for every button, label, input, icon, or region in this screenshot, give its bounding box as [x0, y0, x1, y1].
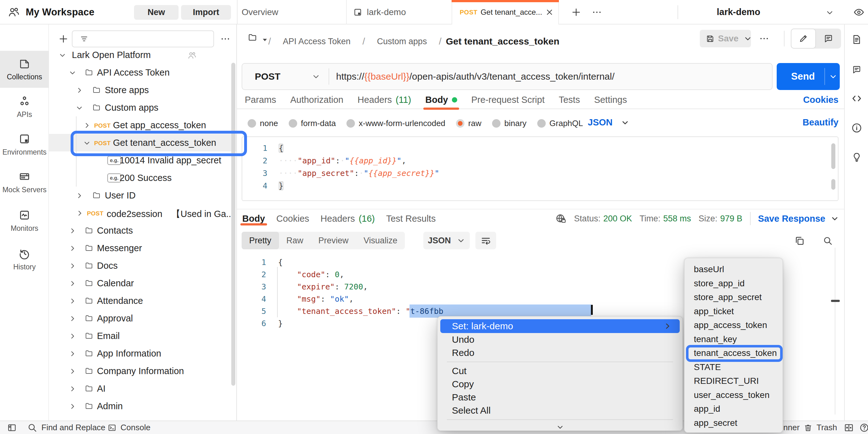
rail-item-history[interactable]: History	[0, 240, 49, 278]
pull-request-button[interactable]	[849, 149, 864, 164]
body-mode-none[interactable]: none	[248, 119, 278, 128]
tree-row-app-information[interactable]: App Information	[49, 345, 237, 362]
tree-row-email[interactable]: Email	[49, 327, 237, 345]
copy-response-button[interactable]	[793, 234, 807, 248]
chevron-right-icon[interactable]	[68, 332, 76, 340]
chevron-right-icon[interactable]	[68, 349, 76, 358]
submenu-item-user-access-token[interactable]: user_access_token	[684, 388, 783, 402]
tree-scrollbar[interactable]	[231, 63, 235, 386]
rail-item-monitors[interactable]: Monitors	[0, 202, 49, 240]
menu-item-select-all[interactable]: Select All	[440, 404, 680, 417]
url-input[interactable]: https://{{baseUrl}}/open-apis/auth/v3/te…	[329, 71, 615, 82]
edit-mode-button[interactable]	[791, 29, 816, 48]
comment-mode-button[interactable]	[816, 29, 841, 48]
two-pane-button[interactable]	[843, 421, 854, 434]
rail-item-environments[interactable]: Environments	[0, 126, 49, 163]
request-more-button[interactable]	[755, 30, 773, 47]
response-tab-body[interactable]: Body	[242, 208, 265, 230]
tab-environment[interactable]: lark-demo	[347, 0, 452, 25]
tree-row-10014-invalid-app-secret[interactable]: e.g.10014 Invalid app_secret	[49, 152, 237, 169]
comments-button[interactable]	[849, 62, 864, 77]
breadcrumb-caret-icon[interactable]	[261, 36, 269, 44]
chevron-right-icon[interactable]	[68, 385, 76, 393]
chevron-right-icon[interactable]	[75, 86, 84, 94]
documentation-button[interactable]	[849, 32, 864, 47]
tree-row-get-tenant-access-token[interactable]: POSTGet tenant_access_token	[49, 134, 237, 152]
submenu-item-store-app-id[interactable]: store_app_id	[684, 276, 783, 291]
submenu-item-state[interactable]: STATE	[684, 360, 783, 374]
cookies-link[interactable]: Cookies	[803, 95, 838, 105]
chevron-right-icon[interactable]	[68, 367, 76, 375]
code-snippet-button[interactable]	[849, 91, 864, 106]
tree-row-calendar[interactable]: Calendar	[49, 274, 237, 292]
response-tab-cookies[interactable]: Cookies	[276, 208, 309, 230]
tab-overview[interactable]: Overview	[238, 0, 347, 25]
rail-item-apis[interactable]: APIs	[0, 88, 49, 126]
tab-options-button[interactable]	[587, 0, 606, 25]
tree-row-docs[interactable]: Docs	[49, 257, 237, 274]
submenu-item-tenant-access-token[interactable]: tenant_access_token	[684, 346, 783, 360]
tree-row-attendance[interactable]: Attendance	[49, 292, 237, 309]
request-tab-settings[interactable]: Settings	[594, 91, 627, 109]
request-tab-body[interactable]: Body	[425, 91, 457, 109]
tree-row-api-access-token[interactable]: API Access Token	[49, 64, 237, 81]
filter-input[interactable]	[72, 30, 214, 47]
breadcrumb-segment[interactable]: API Access Token	[275, 33, 358, 50]
menu-item-set-lark-demo[interactable]: Set: lark-demo	[440, 319, 680, 333]
globe-lock-icon[interactable]	[555, 213, 566, 224]
chevron-right-icon[interactable]	[68, 402, 76, 410]
info-button[interactable]	[849, 121, 864, 135]
body-mode-binary[interactable]: binary	[492, 119, 527, 128]
request-tab-authorization[interactable]: Authorization	[290, 91, 343, 109]
submenu-item-redirect-uri[interactable]: REDIRECT_URI	[684, 374, 783, 388]
sidebar-toggle-button[interactable]	[7, 421, 17, 434]
menu-item-cut[interactable]: Cut	[440, 364, 680, 377]
tree-row-lark-open-platform[interactable]: Lark Open Platform	[49, 46, 237, 64]
submenu-item-app-secret[interactable]: app_secret	[684, 416, 783, 430]
response-language-selector[interactable]: JSON	[423, 232, 470, 249]
request-tab-params[interactable]: Params	[245, 91, 276, 109]
trash-button[interactable]: Trash	[803, 421, 837, 434]
chevron-down-icon[interactable]	[83, 139, 91, 147]
rail-item-mock-servers[interactable]: Mock Servers	[0, 163, 49, 201]
send-options-icon[interactable]	[829, 72, 838, 81]
tree-row-store-apps[interactable]: Store apps	[49, 81, 237, 99]
wrap-lines-button[interactable]	[475, 232, 496, 249]
chevron-down-icon[interactable]	[58, 51, 66, 59]
body-mode-form-data[interactable]: form-data	[289, 119, 336, 128]
editor-scrollbar[interactable]	[831, 143, 835, 169]
new-button[interactable]: New	[134, 5, 179, 20]
response-view-raw[interactable]: Raw	[279, 232, 311, 249]
chevron-right-icon[interactable]	[83, 121, 91, 130]
chevron-right-icon[interactable]	[68, 262, 76, 270]
environment-selector[interactable]: lark-demo	[690, 0, 838, 25]
breadcrumb-folder-icon[interactable]	[247, 33, 258, 42]
response-scrollbar-thumb[interactable]	[831, 300, 840, 302]
chevron-down-icon[interactable]	[75, 104, 84, 112]
breadcrumb-segment[interactable]: Custom apps	[369, 33, 434, 50]
request-tab-pre-request-script[interactable]: Pre-request Script	[471, 91, 545, 109]
body-mode-graphql[interactable]: GraphQL	[537, 119, 583, 128]
environment-quick-look-button[interactable]	[851, 4, 867, 20]
method-selector[interactable]: POST	[242, 71, 329, 82]
submenu-item-baseurl[interactable]: baseUrl	[684, 263, 783, 276]
request-tab-headers[interactable]: Headers (11)	[358, 91, 411, 109]
add-collection-button[interactable]	[56, 30, 71, 47]
help-button[interactable]	[859, 421, 868, 434]
tree-row-admin[interactable]: Admin	[49, 397, 237, 415]
import-button[interactable]: Import	[181, 5, 231, 20]
menu-item-redo[interactable]: Redo	[440, 346, 680, 359]
response-tab-headers[interactable]: Headers (16)	[320, 208, 375, 230]
save-response-button[interactable]: Save Response	[758, 213, 839, 224]
save-options-button[interactable]	[743, 30, 752, 47]
beautify-link[interactable]: Beautify	[803, 117, 838, 128]
chevron-right-icon[interactable]	[68, 227, 76, 235]
body-mode-x-www-form-urlencoded[interactable]: x-www-form-urlencoded	[346, 119, 445, 128]
tab-request-active[interactable]: POST Get tenant_acce...	[452, 0, 559, 25]
request-body-editor[interactable]: 1{2····"app_id":·"{{app_id}}",3····"app_…	[242, 136, 838, 201]
tree-row-contacts[interactable]: Contacts	[49, 222, 237, 239]
submenu-item-app-id[interactable]: app_id	[684, 402, 783, 416]
tree-row-ai[interactable]: AI	[49, 380, 237, 397]
submenu-item-app-access-token[interactable]: app_access_token	[684, 318, 783, 332]
runner-button[interactable]: nner	[783, 421, 800, 434]
